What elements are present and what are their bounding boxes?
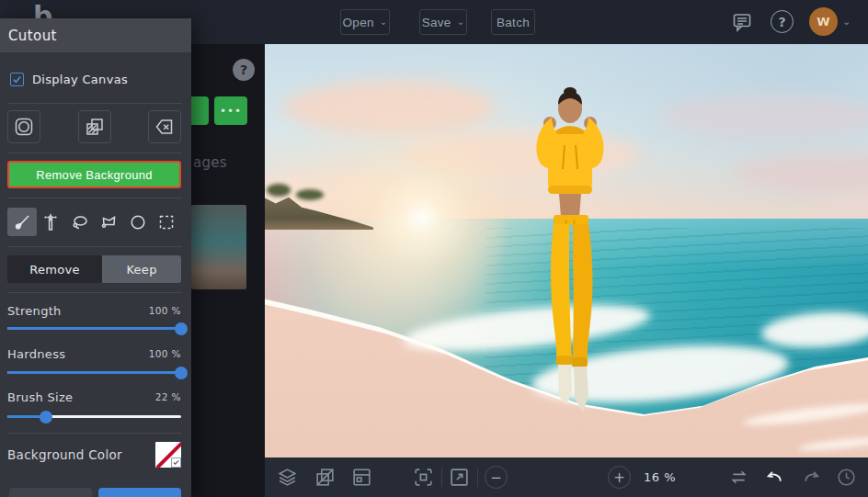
check-icon (173, 459, 179, 466)
rectangle-select-tool-icon[interactable] (153, 208, 182, 236)
divider (7, 246, 182, 247)
toolbar-divider (477, 468, 478, 487)
images-section-label: ages (193, 154, 227, 171)
display-canvas-label: Display Canvas (32, 73, 128, 86)
strength-value: 100 % (149, 305, 181, 316)
brush-tool-icon[interactable] (7, 208, 37, 236)
divider (7, 292, 182, 293)
editor-canvas[interactable] (265, 44, 868, 457)
keep-mode-label: Keep (126, 263, 156, 277)
background-color-swatch[interactable] (155, 442, 181, 468)
more-sources-button[interactable]: ••• (214, 96, 247, 125)
invert-mask-icon[interactable] (78, 110, 111, 143)
toolbar-divider (441, 468, 442, 487)
hardness-slider-thumb[interactable] (175, 367, 188, 379)
account-chevron-down-icon[interactable]: ⌄ (842, 16, 851, 28)
auto-replay-icon[interactable] (727, 466, 750, 489)
open-in-new-window-icon[interactable] (448, 466, 471, 489)
remove-background-button[interactable]: Remove Background (7, 161, 181, 188)
open-button[interactable]: Open ⌄ (340, 9, 390, 35)
divider (7, 103, 182, 104)
image-thumbnail[interactable] (191, 205, 246, 289)
divider (7, 152, 182, 153)
mode-segmented-control: Remove Keep (7, 255, 181, 283)
feedback-chat-icon[interactable] (731, 11, 753, 33)
zoom-in-button[interactable]: + (608, 466, 631, 489)
divider (7, 198, 182, 198)
display-canvas-row: Display Canvas (0, 66, 191, 92)
hardness-value: 100 % (149, 348, 181, 359)
divider (7, 433, 182, 434)
help-icon[interactable]: ? (771, 10, 794, 33)
palm-trees (267, 184, 291, 197)
undo-icon[interactable] (763, 466, 786, 489)
layers-icon[interactable] (276, 466, 299, 489)
canvas-toolbar: − + 16 % (265, 457, 868, 497)
strength-label: Strength (7, 304, 62, 318)
plus-glyph: + (613, 469, 625, 486)
batch-label: Batch (497, 16, 530, 29)
hardness-slider[interactable] (7, 371, 181, 374)
selection-tools (7, 208, 181, 236)
batch-button[interactable]: Batch (491, 9, 535, 35)
cutout-panel: Cutout Display Canvas (0, 18, 191, 497)
chevron-down-icon: ⌄ (457, 17, 465, 27)
redo-icon[interactable] (800, 466, 823, 489)
brush-size-value: 22 % (155, 391, 181, 402)
image-manager-help-icon[interactable]: ? (233, 59, 255, 81)
panel-layout-icon[interactable] (350, 466, 373, 489)
transparent-color-checkbox[interactable] (171, 457, 181, 468)
check-icon (12, 74, 22, 85)
panel-title-label: Cutout (8, 28, 57, 44)
remove-background-label: Remove Background (36, 168, 153, 182)
brush-size-label: Brush Size (7, 390, 73, 404)
strength-slider-thumb[interactable] (175, 322, 188, 335)
ellipse-select-tool-icon[interactable] (123, 208, 153, 236)
brush-size-slider[interactable] (7, 415, 181, 418)
clear-backspace-icon[interactable] (148, 110, 181, 143)
app-window: b Open ⌄ Save ⌄ Batch ? W ⌄ ? (0, 0, 868, 497)
zoom-out-button[interactable]: − (485, 466, 508, 489)
remove-mode-label: Remove (29, 263, 80, 277)
open-label: Open (343, 16, 374, 29)
brush-size-row: Brush Size 22 % (7, 390, 181, 404)
model-in-yellow-outfit (506, 81, 634, 430)
avatar[interactable]: W (809, 7, 838, 36)
palm-trees (296, 189, 324, 200)
polygon-lasso-tool-icon[interactable] (95, 208, 124, 236)
strength-slider[interactable] (7, 327, 181, 330)
fit-to-screen-icon[interactable] (412, 466, 435, 489)
ellipsis-icon: ••• (214, 96, 247, 125)
panel-title: Cutout (0, 18, 191, 52)
lasso-tool-icon[interactable] (65, 208, 95, 236)
hardness-row: Hardness 100 % (7, 346, 181, 361)
mask-icon[interactable] (7, 110, 40, 143)
avatar-initial: W (817, 15, 829, 28)
save-button[interactable]: Save ⌄ (419, 9, 467, 35)
brush-size-slider-thumb[interactable] (40, 411, 52, 424)
minus-glyph: − (490, 469, 502, 486)
zoom-level: 16 % (644, 470, 676, 484)
background-color-label: Background Color (7, 447, 122, 462)
save-label: Save (422, 16, 451, 29)
keep-mode-button[interactable]: Keep (102, 255, 181, 283)
hardness-label: Hardness (7, 347, 65, 361)
history-icon[interactable] (835, 466, 858, 489)
question-glyph: ? (240, 62, 247, 77)
remove-mode-button[interactable]: Remove (7, 255, 102, 283)
strength-row: Strength 100 % (7, 303, 181, 318)
magic-wand-tool-icon[interactable] (37, 208, 66, 236)
panel-cancel-button[interactable] (9, 488, 92, 497)
invert-selection-icon[interactable] (314, 466, 337, 489)
background-color-row: Background Color (7, 441, 181, 469)
display-canvas-checkbox[interactable] (10, 73, 24, 86)
panel-apply-button[interactable] (98, 488, 181, 497)
question-glyph: ? (778, 15, 785, 29)
chevron-down-icon: ⌄ (380, 17, 388, 27)
